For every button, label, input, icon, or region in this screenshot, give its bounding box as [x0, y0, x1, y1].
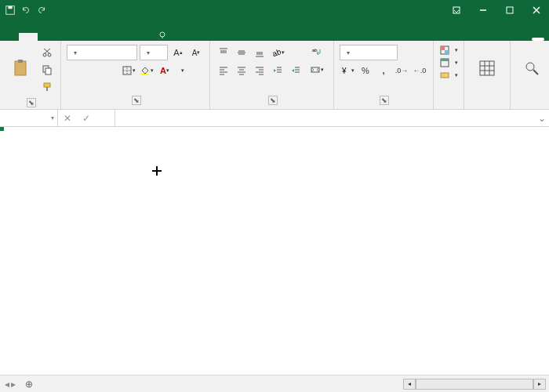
- align-left-button[interactable]: [216, 63, 231, 78]
- tab-insert[interactable]: [38, 33, 56, 41]
- cond-format-icon: [439, 45, 450, 56]
- group-styles: ▾ ▾ ▾: [434, 41, 464, 109]
- font-color-button[interactable]: A▾: [157, 63, 173, 78]
- svg-rect-22: [141, 74, 149, 75]
- align-center-button[interactable]: [234, 63, 249, 78]
- fill-color-button[interactable]: ▾: [139, 63, 155, 78]
- tab-home[interactable]: [19, 33, 38, 41]
- increase-indent-button[interactable]: [288, 63, 304, 78]
- tell-me-search[interactable]: [151, 30, 177, 41]
- paste-button[interactable]: [5, 45, 37, 93]
- number-launcher[interactable]: ⬊: [380, 96, 389, 105]
- svg-rect-9: [15, 61, 26, 75]
- fx-button[interactable]: [96, 110, 115, 126]
- decrease-decimal-button[interactable]: ←.0: [412, 63, 427, 78]
- align-left-icon: [218, 65, 229, 76]
- currency-button[interactable]: ¥▾: [340, 63, 355, 78]
- tab-formulas[interactable]: [75, 33, 94, 41]
- paste-icon: [12, 59, 31, 78]
- svg-rect-17: [44, 83, 50, 87]
- align-middle-button[interactable]: [234, 45, 249, 60]
- font-launcher[interactable]: ⬊: [132, 96, 141, 105]
- minimize-icon[interactable]: [471, 0, 496, 20]
- svg-line-13: [45, 49, 50, 53]
- table-format-button[interactable]: ▾: [439, 57, 458, 68]
- bold-button[interactable]: [67, 63, 82, 78]
- increase-decimal-button[interactable]: .0→: [394, 63, 409, 78]
- undo-icon[interactable]: [20, 5, 31, 16]
- group-editing: [511, 41, 549, 109]
- conditional-format-button[interactable]: ▾: [439, 45, 458, 56]
- align-launcher[interactable]: ⬊: [268, 96, 278, 105]
- merge-button[interactable]: ▾: [306, 62, 328, 78]
- svg-rect-1: [8, 6, 12, 9]
- ribbon-options-icon[interactable]: [444, 0, 469, 20]
- clipboard-launcher[interactable]: ⬊: [27, 98, 36, 107]
- wrap-text-button[interactable]: ab: [306, 45, 328, 60]
- cancel-formula-button[interactable]: ✕: [58, 110, 77, 126]
- worksheet-grid[interactable]: [0, 127, 549, 375]
- bucket-icon: [140, 65, 151, 76]
- name-box[interactable]: ▾: [0, 110, 58, 126]
- percent-button[interactable]: %: [358, 63, 373, 78]
- save-icon[interactable]: [5, 5, 16, 16]
- tab-data[interactable]: [94, 33, 113, 41]
- font-size-combo[interactable]: ▾: [140, 45, 168, 60]
- group-cells: [464, 41, 511, 109]
- cell-styles-button[interactable]: ▾: [439, 70, 458, 81]
- border-button[interactable]: ▾: [121, 63, 136, 78]
- svg-rect-59: [441, 73, 449, 78]
- add-sheet-button[interactable]: ⊕: [20, 379, 38, 390]
- wrap-icon: ab: [311, 47, 322, 58]
- number-format-combo[interactable]: ▾: [340, 45, 398, 60]
- align-bottom-icon: [254, 47, 265, 58]
- decrease-indent-button[interactable]: [270, 63, 285, 78]
- tab-view[interactable]: [132, 33, 151, 41]
- increase-font-button[interactable]: A▴: [170, 45, 186, 60]
- redo-icon[interactable]: [36, 5, 47, 16]
- svg-rect-10: [18, 60, 23, 63]
- sheet-nav-next-icon[interactable]: ▸: [11, 379, 16, 390]
- svg-rect-58: [441, 59, 449, 61]
- editing-button[interactable]: [516, 45, 547, 93]
- svg-text:ab: ab: [312, 48, 318, 53]
- sheet-nav-prev-icon[interactable]: ◂: [5, 379, 9, 390]
- tab-file[interactable]: [0, 33, 19, 41]
- tab-review[interactable]: [113, 33, 132, 41]
- svg-text:ab: ab: [271, 47, 282, 58]
- enter-formula-button[interactable]: ✓: [77, 110, 96, 126]
- group-number: ▾ ¥▾ % , .0→ ←.0 ⬊: [334, 41, 434, 109]
- decrease-font-button[interactable]: A▾: [188, 45, 204, 60]
- merge-icon: [310, 64, 321, 75]
- maximize-icon[interactable]: [497, 0, 522, 20]
- copy-button[interactable]: [39, 62, 55, 78]
- table-format-icon: [439, 57, 450, 68]
- hscroll-track[interactable]: [416, 379, 533, 390]
- svg-rect-4: [507, 7, 513, 13]
- tab-page-layout[interactable]: [56, 33, 75, 41]
- hscroll-left-button[interactable]: ◂: [403, 379, 416, 390]
- align-right-icon: [254, 65, 265, 76]
- fill-handle[interactable]: [0, 127, 4, 131]
- italic-button[interactable]: [85, 63, 100, 78]
- svg-point-7: [160, 32, 165, 37]
- align-right-button[interactable]: [252, 63, 267, 78]
- align-bottom-button[interactable]: [252, 45, 267, 60]
- scissors-icon: [42, 47, 53, 58]
- svg-rect-56: [445, 50, 449, 54]
- font-name-combo[interactable]: ▾: [67, 45, 137, 60]
- phonetic-button[interactable]: ▾: [175, 63, 191, 78]
- cut-button[interactable]: [39, 45, 55, 60]
- underline-button[interactable]: [103, 63, 118, 78]
- orientation-button[interactable]: ab▾: [270, 45, 285, 60]
- close-icon[interactable]: [524, 0, 549, 20]
- expand-formula-icon[interactable]: ⌄: [535, 113, 549, 124]
- cells-button[interactable]: [470, 45, 504, 93]
- format-painter-button[interactable]: [39, 79, 55, 95]
- group-alignment: ab▾ ab ▾ ⬊: [210, 41, 334, 109]
- comma-button[interactable]: ,: [376, 63, 391, 78]
- hscroll-right-button[interactable]: ▸: [533, 379, 546, 390]
- svg-rect-60: [480, 61, 494, 75]
- align-top-button[interactable]: [216, 45, 231, 60]
- svg-text:¥: ¥: [341, 67, 347, 75]
